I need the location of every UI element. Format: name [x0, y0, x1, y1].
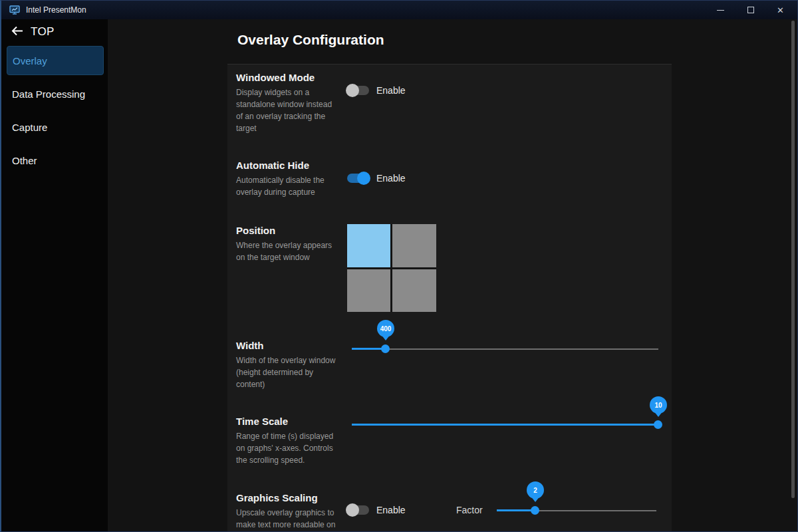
setting-desc-time-scale: Range of time (s) displayed on graphs' x… [236, 430, 337, 466]
factor-value-balloon: 2 [527, 481, 544, 502]
position-cell-top-right[interactable] [392, 224, 436, 267]
minimize-icon [717, 10, 724, 11]
windowed-mode-toggle-label: Enable [376, 85, 406, 96]
maximize-button[interactable] [735, 1, 765, 19]
sidebar: TOP Overlay Data Processing Capture Othe… [1, 19, 108, 532]
slider-fill [352, 424, 658, 426]
toggle-thumb [346, 84, 359, 97]
slider-track[interactable] [352, 348, 658, 350]
sidebar-item-other[interactable]: Other [7, 146, 104, 175]
width-slider[interactable] [352, 344, 658, 354]
close-icon: ✕ [777, 6, 784, 15]
setting-title-graphics-scaling: Graphics Scaling [236, 492, 318, 503]
window-controls: ✕ [706, 1, 795, 19]
windowed-mode-toggle[interactable] [346, 84, 370, 97]
app-monitor-icon [9, 5, 20, 15]
vertical-scrollbar[interactable] [791, 21, 795, 498]
time-scale-value-balloon: 10 [650, 396, 667, 417]
setting-desc-graphics-scaling: Upscale overlay graphics to make text mo… [236, 507, 337, 532]
factor-slider-label: Factor [456, 505, 483, 515]
automatic-hide-toggle[interactable] [346, 172, 370, 185]
slider-fill [497, 509, 535, 511]
position-cell-top-left[interactable] [347, 224, 390, 267]
toggle-thumb [357, 172, 370, 185]
back-label: TOP [31, 25, 55, 39]
slider-thumb[interactable] [531, 506, 539, 515]
settings-panel: Windowed Mode Display widgets on a stand… [227, 64, 672, 532]
sidebar-item-data-processing[interactable]: Data Processing [7, 79, 104, 108]
back-to-top[interactable]: TOP [11, 25, 55, 39]
setting-desc-automatic-hide: Automatically disable the overlay during… [236, 174, 337, 198]
minimize-button[interactable] [706, 1, 735, 19]
graphics-scaling-toggle[interactable] [346, 503, 370, 517]
graphics-scaling-toggle-label: Enable [376, 505, 406, 515]
automatic-hide-toggle-label: Enable [376, 173, 406, 184]
sidebar-item-label: Overlay [13, 55, 47, 66]
toggle-thumb [346, 503, 359, 517]
position-grid [347, 224, 436, 312]
page-title: Overlay Configuration [237, 32, 384, 48]
main-content: Overlay Configuration Windowed Mode Disp… [108, 19, 798, 532]
setting-desc-position: Where the overlay appears on the target … [236, 239, 337, 263]
setting-desc-width: Width of the overlay window (height dete… [236, 354, 337, 390]
slider-thumb[interactable] [381, 344, 390, 353]
close-button[interactable]: ✕ [765, 1, 795, 19]
sidebar-item-label: Other [12, 155, 37, 166]
balloon-tail [654, 411, 663, 417]
position-cell-bottom-right[interactable] [392, 269, 436, 312]
width-value-balloon: 400 [377, 320, 394, 340]
factor-slider[interactable] [497, 506, 656, 515]
setting-desc-windowed-mode: Display widgets on a standalone window i… [236, 86, 337, 134]
sidebar-item-label: Data Processing [12, 88, 85, 100]
setting-title-width: Width [236, 340, 264, 351]
balloon-tail [381, 334, 390, 340]
time-scale-slider[interactable] [352, 420, 658, 430]
back-arrow-icon [11, 26, 23, 39]
app-window: Intel PresentMon ✕ TOP Overlay Data Proc… [0, 0, 798, 532]
window-title: Intel PresentMon [26, 5, 86, 15]
setting-title-windowed-mode: Windowed Mode [236, 72, 315, 83]
setting-title-automatic-hide: Automatic Hide [236, 160, 309, 171]
position-cell-bottom-left[interactable] [347, 269, 390, 312]
setting-title-time-scale: Time Scale [236, 416, 288, 427]
sidebar-item-overlay[interactable]: Overlay [7, 46, 104, 75]
balloon-tail [531, 496, 540, 502]
slider-thumb[interactable] [654, 420, 662, 429]
maximize-icon [747, 7, 754, 13]
sidebar-item-label: Capture [12, 122, 47, 133]
setting-title-position: Position [236, 225, 275, 236]
titlebar: Intel PresentMon ✕ [1, 1, 798, 19]
sidebar-item-capture[interactable]: Capture [7, 112, 104, 142]
